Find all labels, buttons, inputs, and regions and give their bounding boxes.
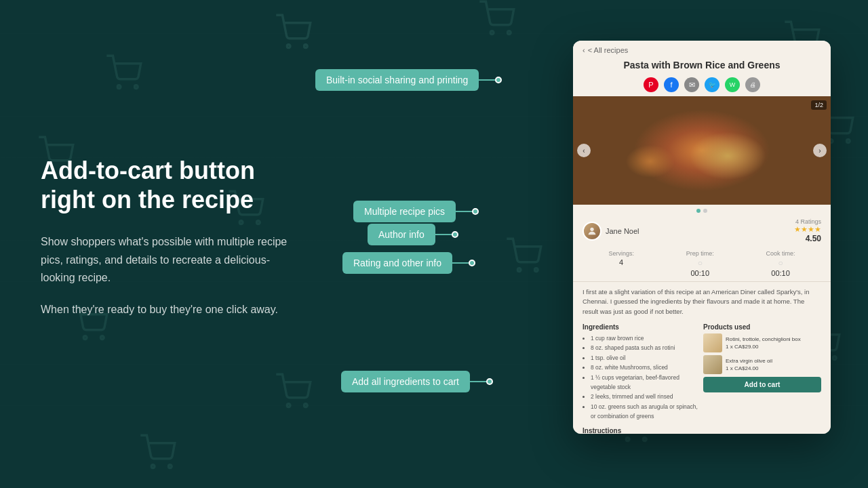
rating-info-label-group: Rating and other info [342,252,475,274]
recipe-card-wrapper: ‹ < All recipes Pasta with Brown Rice an… [526,41,831,447]
dot-2 [703,209,707,213]
author-info-label-group: Author info [368,224,458,245]
svg-point-4 [490,31,494,35]
add-to-cart-button[interactable]: Add to cart [703,377,821,392]
back-link[interactable]: < All recipes [588,46,629,54]
list-item: 1 ½ cups vegetarian, beef-flavored veget… [591,373,701,392]
prep-time-icon: ○ [698,258,703,268]
svg-point-21 [169,465,172,468]
meta-row: Servings: 4 Prep time: ○ 00:10 Cook time… [573,246,831,282]
instructions-header: Instructions [583,427,821,434]
recipe-image: 1/2 ‹ › [573,96,831,205]
recipe-pics-dot [472,208,479,215]
product-name-2: Extra virgin olive oil [726,357,772,365]
product-qty-1: 1 x CA$29.00 [726,343,801,350]
list-item: 10 oz. greens such as arugula or spinach… [591,402,701,422]
image-prev-button[interactable]: ‹ [577,144,591,157]
description-paragraph-1: Show shoppers what's possible with multi… [41,233,298,287]
cook-time-meta: Cook time: ○ 00:10 [766,250,795,277]
image-badge: 1/2 [811,100,827,110]
food-photo [573,96,831,205]
svg-point-2 [117,85,121,89]
main-heading: Add-to-cart button right on the recipe [41,156,298,214]
social-sharing-label-group: Built-in social sharing and printing [315,69,502,91]
image-next-button[interactable]: › [813,144,827,157]
rating-info-dot [469,260,475,266]
author-avatar [583,222,601,241]
left-panel: Add-to-cart button right on the recipe S… [41,156,298,332]
author-info-dot [452,231,458,238]
print-button[interactable]: 🖨 [745,77,760,92]
svg-point-25 [847,140,850,143]
description-paragraph-2: When they're ready to buy they're one cl… [41,301,298,319]
svg-point-15 [101,336,104,340]
recipe-card: ‹ < All recipes Pasta with Brown Rice an… [573,41,831,434]
prep-time-meta: Prep time: ○ 00:10 [686,250,714,277]
back-navigation: ‹ < All recipes [573,41,831,60]
list-item: 2 leeks, trimmed and well rinsed [591,392,701,401]
recipe-title: Pasta with Brown Rice and Greens [573,60,831,75]
servings-meta: Servings: 4 [608,250,634,277]
whatsapp-share-button[interactable]: W [725,77,740,92]
svg-point-16 [287,404,290,407]
ratings-label: 4 Ratings [795,218,821,225]
product-name-1: Rotini, trottole, conchiglioni box [726,336,801,343]
star-rating: ★★★★ [794,225,821,234]
add-cart-label-group: Add all ingredients to cart [341,371,493,392]
back-arrow[interactable]: ‹ [583,46,585,54]
author-name: Jane Noel [606,227,639,235]
ingredients-list: 1 cup raw brown rice 8 oz. shaped pasta … [583,333,701,422]
product-info-1: Rotini, trottole, conchiglioni box 1 x C… [726,336,801,350]
rating-info-label: Rating and other info [342,252,452,274]
recipe-description: I first ate a slight variation of this r… [573,282,831,321]
servings-value: 4 [619,258,623,266]
author-info-label: Author info [368,224,435,245]
rating-section: 4 Ratings ★★★★ 4.50 [794,218,821,243]
add-cart-dot [486,378,493,385]
svg-point-3 [135,85,138,89]
svg-point-12 [517,268,521,272]
product-item-2: Extra virgin olive oil 1 x CA$24.00 [703,355,821,374]
prep-time-label: Prep time: [686,250,714,257]
recipe-pics-label: Multiple recipe pics [353,201,456,222]
instructions-section: Instructions 1. Rinse rice until water r… [573,424,831,434]
pinterest-share-button[interactable]: P [644,77,658,92]
facebook-share-button[interactable]: f [664,77,679,92]
social-sharing-dot [495,77,502,83]
prep-time-value: 00:10 [690,269,709,277]
svg-point-14 [83,336,87,340]
products-header: Products used [703,323,821,331]
product-qty-2: 1 x CA$24.00 [726,365,772,372]
list-item: 8 oz. shaped pasta such as rotini [591,343,701,352]
add-cart-label: Add all ingredients to cart [341,371,470,392]
svg-point-27 [833,357,837,360]
twitter-share-button[interactable]: 🐦 [705,77,719,92]
dot-1 [696,209,701,213]
svg-point-1 [304,45,308,48]
social-sharing-label: Built-in social sharing and printing [315,69,479,91]
svg-point-20 [151,465,155,468]
svg-point-0 [287,45,290,48]
email-share-button[interactable]: ✉ [684,77,699,92]
cook-time-label: Cook time: [766,250,795,257]
list-item: 1 tsp. olive oil [591,353,701,363]
cook-time-value: 00:10 [771,269,790,277]
svg-point-17 [304,404,308,407]
product-item-1: Rotini, trottole, conchiglioni box 1 x C… [703,333,821,352]
svg-point-28 [590,227,593,230]
author-row: Jane Noel 4 Ratings ★★★★ 4.50 [573,216,831,246]
list-item: 8 oz. white Mushrooms, sliced [591,363,701,372]
ingredients-left: Ingredients 1 cup raw brown rice 8 oz. s… [583,323,701,422]
ingredients-header: Ingredients [583,323,701,331]
products-right: Products used Rotini, trottole, conchigl… [703,323,821,422]
share-row: P f ✉ 🐦 W 🖨 [573,75,831,96]
image-dots [573,205,831,216]
rating-value: 4.50 [806,234,821,243]
product-thumb-2 [703,355,722,374]
list-item: 1 cup raw brown rice [591,333,701,343]
product-thumb-1 [703,333,722,352]
svg-point-5 [508,31,511,35]
ingredients-section: Ingredients 1 cup raw brown rice 8 oz. s… [573,321,831,424]
recipe-pics-label-group: Multiple recipe pics [353,201,479,222]
product-info-2: Extra virgin olive oil 1 x CA$24.00 [726,357,772,372]
